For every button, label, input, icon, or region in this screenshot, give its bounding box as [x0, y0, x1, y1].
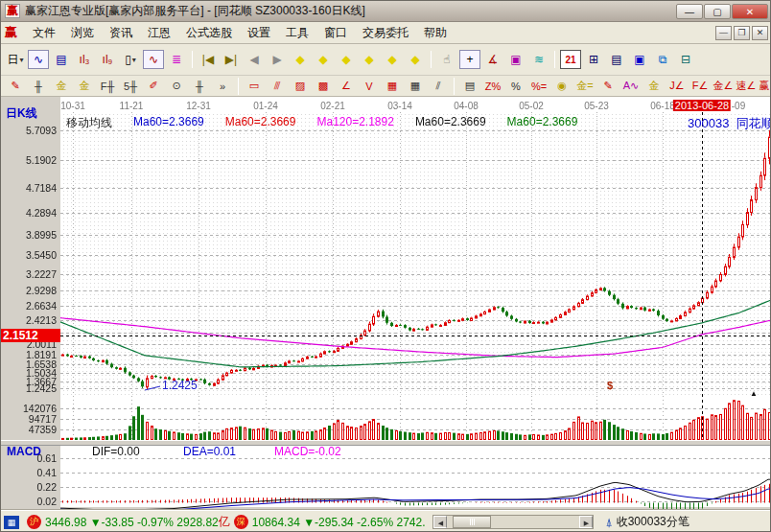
menu-item-5[interactable]: 设置 — [240, 23, 278, 43]
percent-line-button[interactable]: %= — [528, 78, 549, 95]
diamond-left-button[interactable]: ◆ — [290, 50, 311, 69]
diamond-hcompress-button[interactable]: ◆ — [359, 50, 380, 69]
ma-value-3: Ma60=2.3669 — [415, 115, 486, 131]
gold-section-button[interactable]: ◉ — [551, 78, 572, 95]
box-fan-button[interactable]: ▨ — [290, 78, 311, 95]
ma-value-1: Ma60=2.3669 — [225, 115, 296, 131]
retrace-percent-button[interactable]: Z% — [482, 78, 503, 95]
hand-tool-button[interactable]: ☝ — [436, 50, 457, 69]
sh-index-pct: -0.97% — [137, 516, 174, 529]
wave-overlay-button[interactable]: ∿ — [28, 50, 49, 69]
grid-columns-button[interactable]: ╫ — [28, 78, 49, 95]
maximize-button[interactable]: ▢ — [704, 4, 731, 19]
diamond-hexpand-button[interactable]: ◆ — [336, 50, 357, 69]
close-button[interactable]: ✕ — [732, 4, 768, 19]
menu-item-9[interactable]: 帮助 — [416, 23, 455, 43]
save-button[interactable]: ▣ — [629, 50, 650, 69]
data-download-button[interactable]: ⊟ — [675, 50, 696, 69]
diamond-compress-button[interactable]: ◆ — [405, 50, 426, 69]
menu-item-4[interactable]: 公式选股 — [178, 23, 240, 43]
menu-item-7[interactable]: 窗口 — [316, 23, 355, 43]
fan-lines-button[interactable]: ⫻ — [267, 78, 288, 95]
macd-tick: 0.02 — [18, 496, 57, 507]
info-list-button[interactable]: ▤ — [51, 50, 72, 69]
menu-item-1[interactable]: 浏览 — [63, 23, 102, 43]
tick-mode-label[interactable]: 收300033分笔 — [617, 514, 689, 530]
candle-style-button[interactable]: ▯▾ — [120, 50, 141, 69]
wave-draw-button[interactable]: ≋ — [528, 50, 549, 69]
shanghai-market-icon[interactable]: 沪 — [27, 515, 41, 529]
f-angle-button[interactable]: F∠ — [689, 78, 711, 95]
minimize-button[interactable]: — — [676, 4, 703, 19]
horizontal-scrollbar[interactable]: ◀ ▶ — [432, 515, 594, 529]
time-cycle-button[interactable]: ⊙ — [166, 78, 187, 95]
parallel-lines-button[interactable]: ⫽ — [428, 78, 449, 95]
gann-gold-grid-button[interactable]: 金 — [51, 78, 72, 95]
calculator-button[interactable]: ⊞ — [583, 50, 604, 69]
menu-item-8[interactable]: 交易委托 — [355, 23, 416, 43]
calendar-button[interactable]: 21 — [560, 50, 581, 69]
diamond-right-button[interactable]: ◆ — [313, 50, 334, 69]
gann-gold-grid2-button[interactable]: 金 — [74, 78, 95, 95]
j-angle-button[interactable]: J∠ — [666, 78, 688, 95]
f-grid-button[interactable]: F╫ — [97, 78, 118, 95]
gann-shape-button[interactable]: ▣ — [505, 50, 526, 69]
price-tick: 5.1902 — [1, 154, 57, 166]
menu-item-3[interactable]: 江恩 — [140, 23, 178, 43]
win-angle-button[interactable]: 赢∠ — [759, 78, 771, 95]
angle-measure-button[interactable]: ∡ — [482, 50, 503, 69]
notes-button[interactable]: ▤ — [606, 50, 627, 69]
first-page-button[interactable]: |◀ — [198, 50, 219, 69]
macd-dif-label: DIF=0.00 — [92, 445, 140, 458]
child-minimize-button[interactable]: — — [715, 26, 732, 40]
scroll-right-button[interactable]: ▶ — [579, 516, 593, 528]
volume-profile-button[interactable]: ≣ — [166, 50, 187, 69]
pane-label: 日K线 — [6, 105, 37, 122]
pen-marker-button[interactable]: ✐ — [143, 78, 164, 95]
bars-3-button[interactable]: ıl₃ — [74, 50, 95, 69]
red-grid-button[interactable]: ▦ — [382, 78, 403, 95]
last-page-button[interactable]: ▶| — [221, 50, 242, 69]
brush-tool-button[interactable]: ✎ — [5, 78, 26, 95]
diamond-expand-button[interactable]: ◆ — [382, 50, 403, 69]
bars-9-button[interactable]: ıl₉ — [97, 50, 118, 69]
next-page-button[interactable]: ▶ — [267, 50, 288, 69]
percent-button[interactable]: % — [505, 78, 526, 95]
price-tick: 3.5450 — [1, 249, 57, 261]
flag-pen-button[interactable]: ✎ — [597, 78, 619, 95]
child-close-button[interactable]: ✕ — [752, 26, 768, 40]
toolbar-separator — [454, 78, 455, 95]
speed-angle-button[interactable]: 速∠ — [736, 78, 757, 95]
gold-underline-button[interactable]: 金 — [643, 78, 665, 95]
shaded-box-button[interactable]: ▩ — [313, 78, 334, 95]
titlebar[interactable]: 赢 赢家江恩专业版[赢家内部服务平台] - [同花顺 SZ300033-160日… — [1, 1, 771, 22]
gann-box-button[interactable]: ▭ — [244, 78, 265, 95]
grid-plain-button[interactable]: ╫ — [189, 78, 210, 95]
quote-table-icon[interactable]: ▦ — [4, 516, 19, 529]
zigzag-button[interactable]: V — [359, 78, 380, 95]
price-levels-button[interactable]: ▤ — [459, 78, 480, 95]
macd-value-label: MACD=-0.02 — [274, 445, 341, 458]
prev-page-button[interactable]: ◀ — [244, 50, 265, 69]
period-day-button[interactable]: 日▾ — [5, 50, 26, 69]
toolbar-main: 日▾∿▤ıl₃ıl₉▯▾∿≣|◀▶|◀▶◆◆◆◆◆◆☝+∡▣≋21⊞▤▣⧉⊟ — [1, 44, 771, 76]
trend-angle-button[interactable]: ∠ — [336, 78, 357, 95]
menu-item-6[interactable]: 工具 — [278, 23, 316, 43]
scroll-thumb[interactable] — [453, 516, 491, 528]
more-tools-button[interactable]: » — [212, 78, 233, 95]
scroll-left-button[interactable]: ◀ — [433, 516, 447, 528]
shenzhen-market-icon[interactable]: 深 — [234, 515, 248, 529]
dark-grid-button[interactable]: ▦ — [405, 78, 426, 95]
window-title: 赢家江恩专业版[赢家内部服务平台] - [同花顺 SZ300033-160日K线… — [25, 3, 676, 19]
export-chart-button[interactable]: ⧉ — [652, 50, 673, 69]
marked-wave-button[interactable]: ∿ — [143, 50, 164, 69]
gold-angle-button[interactable]: 金∠ — [713, 78, 734, 95]
wave-abc-button[interactable]: A∿ — [620, 78, 642, 95]
toolbar-separator — [431, 51, 432, 68]
child-restore-button[interactable]: ❐ — [734, 26, 750, 40]
menu-item-0[interactable]: 文件 — [25, 23, 63, 43]
crosshair-tool-button[interactable]: + — [459, 50, 480, 69]
menu-item-2[interactable]: 资讯 — [102, 23, 140, 43]
gold-line-button[interactable]: 金= — [574, 78, 596, 95]
five-grid-button[interactable]: 5╫ — [120, 78, 141, 95]
